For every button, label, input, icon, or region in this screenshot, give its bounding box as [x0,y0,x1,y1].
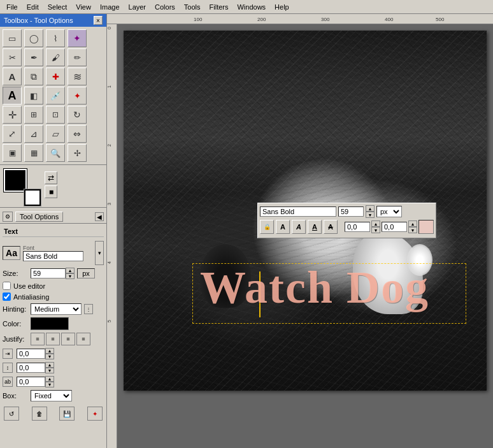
menu-item-view[interactable]: View [72,2,95,12]
font-panel-size-down[interactable]: ▼ [366,212,375,218]
color-section: ⇄ ◼ [0,165,106,205]
save-button[interactable]: 💾 [59,407,75,421]
background-color[interactable] [24,189,41,206]
letter-spacing-input[interactable] [17,377,45,387]
font-panel-unit-select[interactable]: px pt mm [376,206,402,217]
rotate-tool[interactable]: ↻ [68,106,87,124]
size-input[interactable] [31,268,66,278]
scale-tool[interactable]: ⤢ [3,125,22,143]
transform-tool[interactable]: ✢ [68,144,87,162]
antialiasing-checkbox[interactable] [3,293,11,301]
menu-item-file[interactable]: File [3,2,22,12]
menu-item-image[interactable]: Image [96,2,124,12]
scissors-tool[interactable]: ✂ [3,48,22,66]
menu-item-windows[interactable]: Windows [233,2,269,12]
menu-item-filters[interactable]: Filters [206,2,232,12]
blend-tool[interactable]: ▦ [24,144,43,162]
heal-tool[interactable]: ✚ [46,68,65,85]
letter-spacing-down[interactable]: ▼ [45,382,54,387]
hinting-options[interactable]: ⋮ [84,304,93,314]
menu-item-tools[interactable]: Tools [180,2,204,12]
letter-spacing-up[interactable]: ▲ [45,376,54,382]
foreground-color[interactable] [4,169,27,192]
close-button[interactable]: ✦ [87,407,103,421]
pencil-tool[interactable]: ✏ [68,48,87,66]
format-btn-bold[interactable]: A [276,220,290,234]
use-editor-checkbox[interactable] [3,282,11,290]
menu-item-layer[interactable]: Layer [125,2,150,12]
smudge-tool[interactable]: ≋ [68,68,87,85]
swap-colors-button[interactable]: ⇄ [45,171,57,184]
justify-fill-button[interactable]: ≡ [76,333,90,345]
move-tool[interactable]: ✛ [3,106,22,124]
font-name-input[interactable] [23,251,83,261]
lasso-tool[interactable]: ⌇ [46,29,65,47]
font-panel-offset: ▲ ▼ ▲ ▼ [345,220,434,234]
align-tool[interactable]: ⊞ [24,106,43,124]
color-picker-tool[interactable]: 💉 [46,87,65,105]
justify-left-button[interactable]: ≡ [31,333,45,345]
offset-x-up[interactable]: ▲ [371,220,380,227]
box-select[interactable]: Fixed Dynamic [31,390,72,401]
canvas-inner[interactable]: Watch Dog ▲ ▼ px [117,24,493,448]
fuzzy-select-tool[interactable]: ✦ [68,29,87,47]
line-spacing-input[interactable] [17,363,45,373]
delete-button[interactable]: 🗑 [32,407,47,421]
antialiasing-label[interactable]: Antialiasing [3,293,49,301]
offset-y-up[interactable]: ▲ [408,220,417,227]
font-panel-size-input[interactable] [338,206,364,217]
flip-tool[interactable]: ⇔ [68,125,87,143]
text-tool[interactable]: A [3,87,22,105]
perspective-tool[interactable]: ▱ [46,125,65,143]
bucket-fill-tool[interactable]: ▣ [3,144,22,162]
format-btn-lock[interactable]: 🔒 [260,220,274,234]
menu-item-help[interactable]: Help [271,2,293,12]
font-panel-offset-x[interactable] [345,222,370,232]
zoom-tool[interactable]: 🔍 [46,144,65,162]
format-btn-strikethrough[interactable]: A [324,220,338,234]
format-btn-underline[interactable]: A [308,220,322,234]
indent-up[interactable]: ▲ [45,348,54,354]
tool-options-header: ⚙ Tool Options ◀ [0,210,106,224]
font-list-toggle[interactable]: ▾ [95,241,104,265]
letter-spacing-icon: ab [3,377,13,387]
font-panel-offset-y[interactable] [382,222,407,232]
size-down-arrow[interactable]: ▼ [66,273,75,279]
text-color-preview[interactable] [31,317,69,330]
reset-button[interactable]: ↺ [4,407,19,421]
font-panel-name-input[interactable] [260,206,336,217]
eraser-tool[interactable]: A [3,68,22,85]
measure-tool[interactable]: ✦ [68,87,87,105]
format-btn-italic[interactable]: A [292,220,306,234]
ellipse-select-tool[interactable]: ◯ [24,29,43,47]
line-spacing-up[interactable]: ▲ [45,362,54,368]
font-panel-color-swatch[interactable] [418,220,434,234]
font-panel-row2: 🔒 A A A A ▲ ▼ [260,220,434,234]
indent-input[interactable] [17,349,45,359]
justify-right-button[interactable]: ≡ [61,333,75,345]
rect-select-tool[interactable]: ▭ [3,29,22,47]
toolbox-close-button[interactable]: × [94,16,103,25]
clone-tool[interactable]: ⧉ [24,68,43,85]
dodge-burn-tool[interactable]: ◧ [24,87,43,105]
path-tool[interactable]: ✒ [24,48,43,66]
line-spacing-down[interactable]: ▼ [45,368,54,373]
menu-item-select[interactable]: Select [44,2,71,12]
font-panel-size-up[interactable]: ▲ [366,205,375,212]
size-up-arrow[interactable]: ▲ [66,268,75,273]
paintbrush-tool[interactable]: 🖌 [46,48,65,66]
menu-item-colors[interactable]: Colors [151,2,179,12]
box-label: Box: [3,392,28,400]
tool-options-collapse[interactable]: ◀ [95,212,104,221]
menu-item-edit[interactable]: Edit [23,2,43,12]
crop-tool[interactable]: ⊡ [46,106,65,124]
reset-colors-button[interactable]: ◼ [45,185,57,198]
tool-options-button[interactable]: Tool Options [15,212,63,222]
indent-down[interactable]: ▼ [45,354,54,359]
offset-y-down[interactable]: ▼ [408,227,417,233]
offset-x-down[interactable]: ▼ [371,227,380,233]
justify-center-button[interactable]: ≡ [46,333,60,345]
shear-tool[interactable]: ⊿ [24,125,43,143]
use-editor-label[interactable]: Use editor [3,282,45,290]
hinting-select[interactable]: Medium None Slight Full [31,303,82,315]
